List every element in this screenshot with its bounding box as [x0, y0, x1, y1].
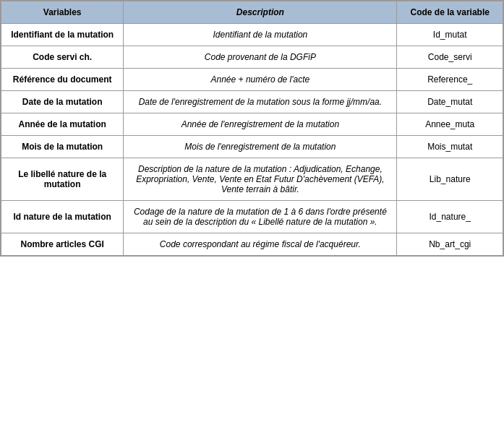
- cell-variable: Mois de la mutation: [1, 136, 124, 158]
- cell-variable: Code servi ch.: [1, 46, 124, 69]
- cell-code: Annee_muta: [397, 113, 503, 136]
- table-row: Référence du documentAnnée + numéro de l…: [1, 69, 503, 91]
- cell-variable: Identifiant de la mutation: [1, 24, 124, 46]
- cell-variable: Le libellé nature de la mutation: [1, 158, 124, 201]
- header-description: Description: [124, 1, 397, 24]
- cell-code: Code_servi: [397, 46, 503, 69]
- table-row: Date de la mutationDate de l'enregistrem…: [1, 91, 503, 113]
- cell-description: Description de la nature de la mutation …: [124, 158, 397, 201]
- table-row: Année de la mutationAnnée de l'enregistr…: [1, 113, 503, 136]
- cell-code: Mois_mutat: [397, 136, 503, 158]
- table-row: Mois de la mutationMois de l'enregistrem…: [1, 136, 503, 158]
- cell-description: Code correspondant au régime fiscal de l…: [124, 233, 397, 256]
- cell-variable: Date de la mutation: [1, 91, 124, 113]
- cell-description: Mois de l'enregistrement de la mutation: [124, 136, 397, 158]
- cell-description: Identifiant de la mutation: [124, 24, 397, 46]
- header-variables: Variables: [1, 1, 124, 24]
- cell-description: Date de l'enregistrement de la mutation …: [124, 91, 397, 113]
- cell-description: Année de l'enregistrement de la mutation: [124, 113, 397, 136]
- cell-variable: Année de la mutation: [1, 113, 124, 136]
- cell-description: Codage de la nature de la mutation de 1 …: [124, 201, 397, 233]
- cell-code: Id_nature_: [397, 201, 503, 233]
- cell-variable: Id nature de la mutation: [1, 201, 124, 233]
- header-code: Code de la variable: [397, 1, 503, 24]
- table-row: Identifiant de la mutationIdentifiant de…: [1, 24, 503, 46]
- cell-variable: Nombre articles CGI: [1, 233, 124, 256]
- data-table: Variables Description Code de la variabl…: [0, 0, 504, 257]
- table-row: Le libellé nature de la mutationDescript…: [1, 158, 503, 201]
- table-row: Id nature de la mutationCodage de la nat…: [1, 201, 503, 233]
- cell-variable: Référence du document: [1, 69, 124, 91]
- cell-description: Code provenant de la DGFiP: [124, 46, 397, 69]
- table-row: Code servi ch.Code provenant de la DGFiP…: [1, 46, 503, 69]
- cell-code: Lib_nature: [397, 158, 503, 201]
- table-row: Nombre articles CGICode correspondant au…: [1, 233, 503, 256]
- cell-code: Nb_art_cgi: [397, 233, 503, 256]
- cell-description: Année + numéro de l'acte: [124, 69, 397, 91]
- cell-code: Reference_: [397, 69, 503, 91]
- cell-code: Date_mutat: [397, 91, 503, 113]
- cell-code: Id_mutat: [397, 24, 503, 46]
